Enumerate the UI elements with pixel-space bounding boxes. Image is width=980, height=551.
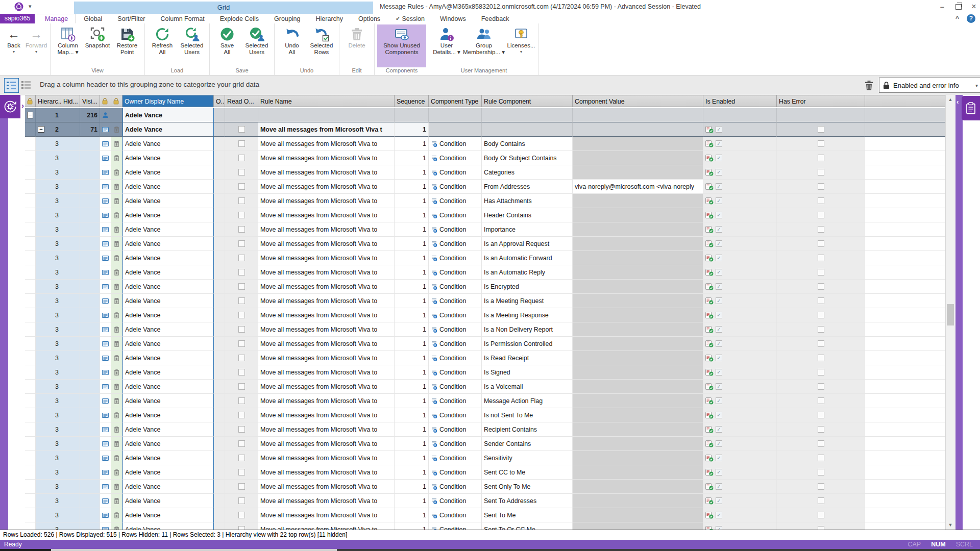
trash-icon-cell[interactable]: [111, 451, 122, 465]
trash-icon-cell[interactable]: [111, 265, 122, 280]
table-row[interactable]: 3Adele VanceMove all messages from Micro…: [25, 237, 946, 251]
column-header-hierarchy[interactable]: Hierarc...: [36, 95, 61, 107]
ribbon-button-undo-all[interactable]: UndoAll: [277, 24, 307, 67]
has-error-checkbox[interactable]: [818, 183, 824, 190]
has-error-checkbox[interactable]: [818, 369, 824, 375]
has-error-checkbox[interactable]: [818, 440, 824, 447]
ribbon-button-save-all[interactable]: SaveAll: [212, 24, 242, 67]
is-enabled-checkbox[interactable]: ✓: [716, 397, 722, 404]
view-selector-dropdown[interactable]: Enabled and error info ▾: [879, 78, 980, 93]
tab-explode-cells[interactable]: Explode Cells: [212, 14, 266, 23]
ribbon-button-refresh-all[interactable]: RefreshAll: [148, 24, 177, 67]
is-enabled-checkbox[interactable]: ✓: [716, 269, 722, 276]
has-error-checkbox[interactable]: [818, 140, 824, 147]
ribbon-button-restore-point[interactable]: RestorePoint: [112, 24, 142, 67]
read-only-checkbox[interactable]: [238, 426, 245, 433]
column-header-component_type[interactable]: Component Type: [429, 95, 482, 107]
column-header-read_o[interactable]: Read O...: [225, 95, 258, 107]
table-row[interactable]: 3Adele VanceMove all messages from Micro…: [25, 465, 946, 480]
has-error-checkbox[interactable]: [818, 312, 824, 318]
trash-icon-cell[interactable]: [111, 408, 122, 422]
read-only-checkbox[interactable]: [238, 226, 245, 233]
column-header-o[interactable]: O...: [214, 95, 225, 107]
trash-icon-cell[interactable]: [111, 222, 122, 237]
has-error-checkbox[interactable]: [818, 283, 824, 290]
has-error-checkbox[interactable]: [818, 255, 824, 261]
table-row[interactable]: 3Adele VanceMove all messages from Micro…: [25, 508, 946, 522]
has-error-checkbox[interactable]: [818, 297, 824, 304]
tab-sort-filter[interactable]: Sort/Filter: [110, 14, 153, 23]
is-enabled-checkbox[interactable]: ✓: [716, 355, 722, 361]
has-error-checkbox[interactable]: [818, 240, 824, 247]
trash-icon-cell[interactable]: [111, 422, 122, 437]
is-enabled-checkbox[interactable]: ✓: [716, 426, 722, 433]
table-row[interactable]: 3Adele VanceMove all messages from Micro…: [25, 408, 946, 422]
is-enabled-checkbox[interactable]: ✓: [716, 226, 722, 233]
trash-icon-cell[interactable]: [111, 351, 122, 365]
read-only-checkbox[interactable]: [238, 212, 245, 218]
trash-icon-cell[interactable]: [111, 437, 122, 451]
has-error-checkbox[interactable]: [818, 483, 824, 490]
table-row[interactable]: 3Adele VanceMove all messages from Micro…: [25, 380, 946, 394]
is-enabled-checkbox[interactable]: ✓: [716, 297, 722, 304]
has-error-checkbox[interactable]: [818, 269, 824, 276]
table-row[interactable]: 3Adele VanceMove all messages from Micro…: [25, 280, 946, 294]
tab-manage[interactable]: Manage: [37, 14, 76, 23]
table-row[interactable]: 3Adele VanceMove all messages from Micro…: [25, 337, 946, 351]
tab-options[interactable]: Options: [351, 14, 388, 23]
table-row[interactable]: 3Adele VanceMove all messages from Micro…: [25, 251, 946, 265]
scroll-up-icon[interactable]: ▲: [946, 95, 954, 104]
read-only-checkbox[interactable]: [238, 197, 245, 204]
column-header-has_error[interactable]: Has Error: [777, 95, 865, 107]
ribbon-button-licenses[interactable]: Licenses...▾: [506, 24, 536, 67]
table-row[interactable]: 3Adele VanceMove all messages from Micro…: [25, 294, 946, 308]
is-enabled-checkbox[interactable]: ✓: [716, 440, 722, 447]
table-row[interactable]: 3Adele VanceMove all messages from Micro…: [25, 265, 946, 280]
has-error-checkbox[interactable]: [818, 469, 824, 475]
trash-icon-cell[interactable]: [111, 194, 122, 208]
read-only-checkbox[interactable]: [238, 469, 245, 475]
trash-icon-cell[interactable]: [111, 494, 122, 508]
clipboard-panel-button[interactable]: [962, 96, 980, 120]
column-header-hidden[interactable]: Hid...: [61, 95, 80, 107]
quick-access-caret-icon[interactable]: ▾: [29, 3, 32, 10]
has-error-checkbox[interactable]: [818, 512, 824, 518]
expand-right-panel-icon[interactable]: ‹: [957, 98, 959, 106]
read-only-checkbox[interactable]: [238, 355, 245, 361]
collapse-toggle[interactable]: −: [27, 112, 33, 118]
collapse-ribbon-icon[interactable]: ^: [955, 15, 959, 22]
read-only-checkbox[interactable]: [238, 440, 245, 447]
is-enabled-checkbox[interactable]: ✓: [716, 412, 722, 418]
trash-icon-cell[interactable]: [111, 337, 122, 351]
scrollbar-thumb[interactable]: [947, 304, 954, 325]
table-row[interactable]: 3Adele VanceMove all messages from Micro…: [25, 394, 946, 408]
is-enabled-checkbox[interactable]: ✓: [716, 212, 722, 218]
table-row[interactable]: 3Adele VanceMove all messages from Micro…: [25, 365, 946, 380]
has-error-checkbox[interactable]: [818, 426, 824, 433]
trash-icon-cell[interactable]: [111, 208, 122, 222]
ribbon-button-undo-selected-rows[interactable]: SelectedRows: [307, 24, 336, 67]
table-row[interactable]: 3Adele VanceMove all messages from Micro…: [25, 308, 946, 322]
read-only-checkbox[interactable]: [238, 126, 245, 133]
is-enabled-checkbox[interactable]: ✓: [716, 512, 722, 518]
hierarchy-view-toggle[interactable]: [4, 78, 19, 93]
has-error-checkbox[interactable]: [818, 526, 824, 530]
column-header-icon2[interactable]: [111, 95, 122, 107]
app-menu-button[interactable]: sapio365: [0, 14, 35, 23]
table-row[interactable]: 3Adele VanceMove all messages from Micro…: [25, 494, 946, 508]
is-enabled-checkbox[interactable]: ✓: [716, 469, 722, 475]
trash-icon-cell[interactable]: [111, 480, 122, 494]
tab-session[interactable]: ✔Session: [388, 14, 432, 23]
has-error-checkbox[interactable]: [818, 226, 824, 233]
has-error-checkbox[interactable]: [818, 355, 824, 361]
trash-icon-cell[interactable]: [111, 465, 122, 480]
trash-icon-cell[interactable]: [111, 137, 122, 151]
read-only-checkbox[interactable]: [238, 383, 245, 390]
table-row[interactable]: 3Adele VanceMove all messages from Micro…: [25, 194, 946, 208]
has-error-checkbox[interactable]: [818, 340, 824, 347]
trash-icon-cell[interactable]: [111, 151, 122, 165]
read-only-checkbox[interactable]: [238, 326, 245, 333]
is-enabled-checkbox[interactable]: ✓: [716, 140, 722, 147]
table-row[interactable]: 3Adele VanceMove all messages from Micro…: [25, 437, 946, 451]
read-only-checkbox[interactable]: [238, 312, 245, 318]
